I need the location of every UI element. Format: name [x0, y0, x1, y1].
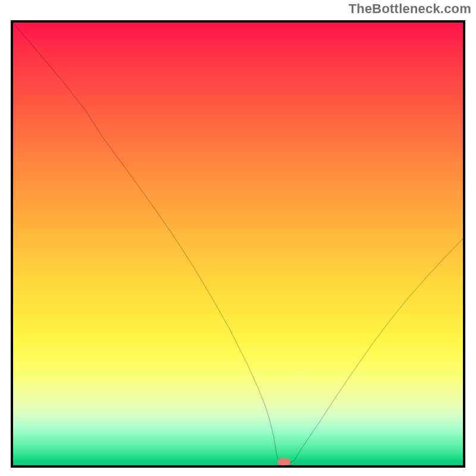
plot-outer: [8, 18, 468, 470]
curve-svg: [13, 23, 463, 465]
watermark-text: TheBottleneck.com: [349, 1, 471, 17]
plot-area: [11, 20, 465, 468]
optimal-marker: [277, 458, 290, 465]
bottleneck-curve-path: [13, 23, 463, 463]
chart-frame: TheBottleneck.com: [0, 0, 476, 476]
